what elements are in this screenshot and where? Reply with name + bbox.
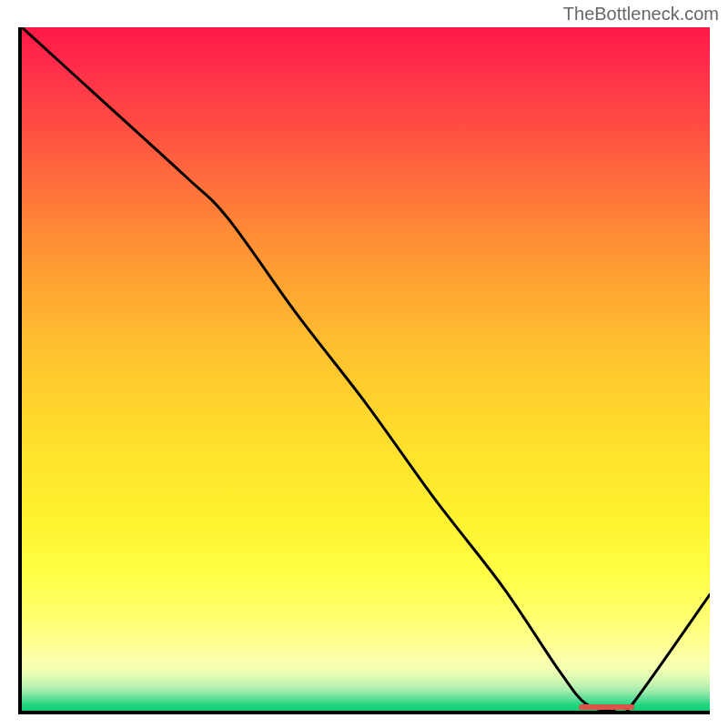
chart-frame xyxy=(18,27,710,714)
plot-area xyxy=(22,27,710,711)
chart-curve xyxy=(22,27,710,711)
watermark-text: TheBottleneck.com xyxy=(563,4,719,25)
marker-bar xyxy=(579,704,633,710)
